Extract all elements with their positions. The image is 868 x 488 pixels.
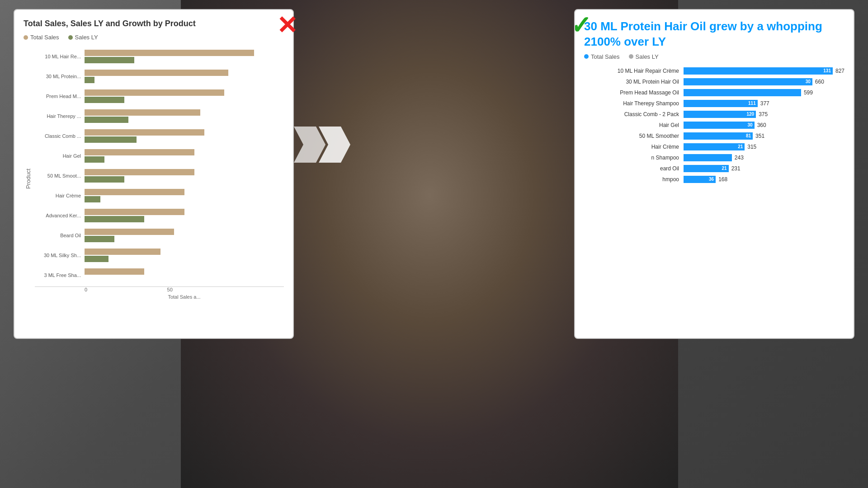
legend-ly-dot: [68, 35, 73, 40]
bar-group: 36 168: [684, 176, 844, 183]
bar-total: [85, 229, 174, 235]
bar-group: 21 315: [684, 143, 844, 150]
left-chart-content: 10 ML Hair Re... 30 ML Protein... Prem H…: [35, 48, 284, 310]
left-legend-total: Total Sales: [24, 34, 59, 41]
x-mark-icon: ✕: [277, 11, 297, 40]
bar-value: 375: [759, 111, 768, 117]
bar-blue: 21: [684, 143, 745, 150]
bar-blue: [684, 154, 732, 161]
bar-group: 21 231: [684, 165, 844, 172]
product-label: Advanced Ker...: [35, 213, 85, 218]
bar-ly: [85, 216, 144, 222]
product-label: 30 ML Protein Hair Oil: [584, 79, 684, 85]
table-row: Hair Gel: [35, 147, 284, 164]
bar-group: 81 351: [684, 132, 844, 140]
bar-group: 120 375: [684, 111, 844, 118]
product-label: 3 ML Free Sha...: [35, 272, 85, 278]
bar-group: [85, 229, 284, 242]
bar-inner-ly: 30: [748, 122, 753, 129]
table-row: Hair Therepy Shampoo 111 377: [584, 100, 844, 107]
bar-inner-ly: 120: [747, 111, 755, 118]
x-axis-label: Total Sales a...: [35, 294, 284, 300]
table-row: 50 ML Smoot...: [35, 167, 284, 184]
bar-total: [85, 50, 254, 56]
bar-total-row: 81 351: [684, 132, 844, 140]
table-row: Hair Therepy ...: [35, 108, 284, 125]
product-label: 30 ML Protein...: [35, 74, 85, 79]
bar-inner-ly: 36: [709, 176, 714, 183]
bar-group: [85, 129, 284, 143]
left-legend-total-label: Total Sales: [30, 34, 59, 41]
bar-blue: 30: [684, 122, 755, 129]
x-axis: 0 50: [35, 286, 284, 292]
table-row: 30 ML Silky Sh...: [35, 247, 284, 264]
bar-inner-ly: 21: [722, 165, 727, 172]
bar-inner-ly: 131: [823, 67, 831, 75]
left-panel-title: Total Sales, Sales LY and Growth by Prod…: [24, 19, 284, 28]
left-chart: Product 10 ML Hair Re... 30 ML Protein..…: [24, 48, 284, 310]
bar-group: 111 377: [684, 100, 844, 107]
table-row: Classic Comb - 2 Pack 120 375: [584, 111, 844, 118]
bar-total: [85, 209, 184, 215]
bar-group: 599: [684, 89, 844, 96]
bar-ly: [85, 256, 108, 262]
product-label: 50 ML Smoot...: [35, 173, 85, 178]
bar-group: 30 360: [684, 122, 844, 129]
left-chart-panel: ✕ Total Sales, Sales LY and Growth by Pr…: [14, 9, 294, 339]
bar-total: [85, 268, 144, 275]
bar-inner-ly: 30: [806, 78, 811, 85]
product-label: 10 ML Hair Repair Crème: [584, 68, 684, 74]
table-row: eard Oil 21 231: [584, 165, 844, 172]
bar-group: 30 660: [684, 78, 844, 85]
table-row: n Shampoo 243: [584, 154, 844, 161]
table-row: 50 ML Smoother 81 351: [584, 132, 844, 140]
bar-ly: [85, 77, 94, 83]
left-legend: Total Sales Sales LY: [24, 34, 284, 41]
bar-value: 827: [835, 68, 844, 74]
product-label: 30 ML Silky Sh...: [35, 253, 85, 258]
table-row: Prem Head Massage Oil 599: [584, 89, 844, 96]
bar-ly: [85, 57, 134, 63]
table-row: 10 ML Hair Re...: [35, 48, 284, 65]
bar-ly: [85, 117, 128, 123]
bar-group: [85, 70, 284, 83]
bar-total: [85, 169, 194, 175]
bar-total-row: 21 315: [684, 143, 844, 150]
table-row: Advanced Ker...: [35, 207, 284, 224]
bar-value: 660: [815, 79, 824, 85]
bar-blue: 36: [684, 176, 716, 183]
product-label: Hair Gel: [35, 153, 85, 159]
table-row: 3 ML Free Sha...: [35, 267, 284, 284]
bar-total-row: 120 375: [684, 111, 844, 118]
bar-value: 168: [718, 176, 727, 183]
product-label: eard Oil: [584, 165, 684, 172]
bar-ly: [85, 236, 114, 242]
bar-total-row: 243: [684, 154, 844, 161]
bar-ly: [85, 136, 137, 143]
bar-total: [85, 70, 228, 76]
bar-value: 351: [755, 133, 764, 139]
bar-value: 377: [760, 100, 769, 107]
bar-group: [85, 169, 284, 183]
bar-total: [85, 249, 160, 255]
bar-group: 243: [684, 154, 844, 161]
bar-inner-ly: 21: [738, 143, 743, 150]
right-panel-title: 30 ML Protein Hair Oil grew by a whoppin…: [584, 19, 844, 50]
table-row: 30 ML Protein Hair Oil 30 660: [584, 78, 844, 85]
bar-value: 243: [735, 155, 744, 161]
bar-group: [85, 109, 284, 123]
right-legend: Total Sales Sales LY: [584, 53, 844, 60]
bar-blue: 81: [684, 132, 753, 140]
bar-total: [85, 189, 184, 195]
bar-blue: 120: [684, 111, 756, 118]
bar-group: [85, 268, 284, 282]
product-label: Hair Gel: [584, 122, 684, 128]
bar-total: [85, 129, 204, 136]
product-label: n Shampoo: [584, 155, 684, 161]
bar-total-row: 30 660: [684, 78, 844, 85]
bar-ly: [85, 156, 104, 163]
bar-blue: [684, 89, 801, 96]
y-axis-label: Product: [24, 48, 33, 310]
bar-group: 131 827: [684, 67, 844, 75]
legend-total-dot: [24, 35, 28, 40]
